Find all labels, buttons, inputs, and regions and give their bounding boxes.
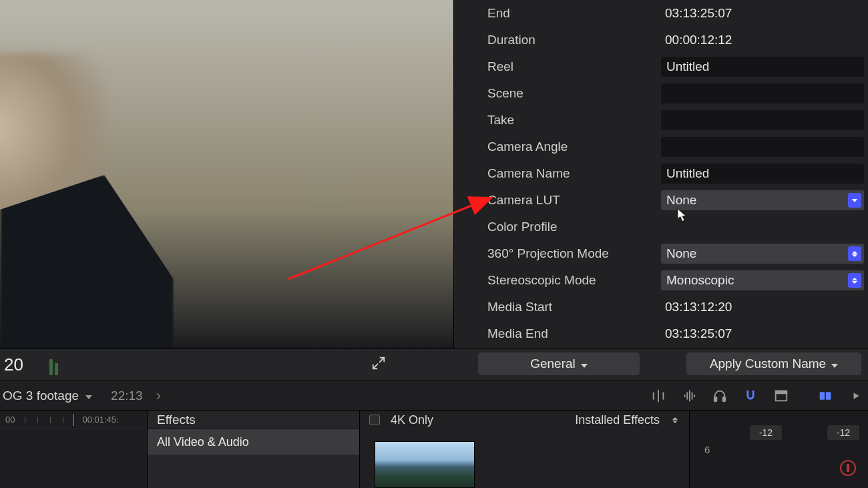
chevron-down-icon (830, 356, 838, 371)
label-take: Take (487, 113, 661, 128)
label-camera-lut: Camera LUT (487, 193, 661, 208)
audio-skimming-icon[interactable] (681, 388, 697, 404)
chevron-down-icon (848, 193, 861, 208)
chevron-down-icon (580, 356, 588, 371)
label-media-start: Media Start (487, 300, 661, 314)
camera-lut-value: None (666, 193, 696, 208)
db-badge-right: -12 (827, 425, 859, 440)
label-stereo-mode: Stereoscopic Mode (487, 273, 661, 288)
effects-sidebar: Effects All Video & Audio (147, 411, 359, 488)
timeline-toolbar (650, 381, 864, 411)
play-icon[interactable] (848, 388, 864, 404)
label-media-end: Media End (487, 326, 661, 341)
stereo-mode-dropdown[interactable]: Monoscopic (661, 270, 864, 290)
prop-duration: Duration 00:00:12:12 (454, 27, 868, 53)
value-media-end: 03:13:25:07 (661, 326, 868, 341)
inspector-panel: End 03:13:25:07 Duration 00:00:12:12 Ree… (453, 0, 868, 348)
prop-take: Take (454, 107, 868, 134)
svg-rect-13 (826, 392, 831, 400)
audio-meter-icon (49, 355, 69, 375)
svg-rect-8 (714, 397, 717, 401)
label-reel: Reel (487, 59, 661, 74)
ruler-tick-label: 00 (5, 415, 15, 425)
ruler-tick-label: 00:01:45: (82, 415, 118, 425)
4k-only-checkbox[interactable] (369, 415, 380, 425)
dual-viewer-icon[interactable] (817, 388, 833, 404)
projection-mode-value: None (666, 246, 696, 261)
camera-lut-dropdown[interactable]: None (661, 190, 864, 210)
prop-camera-name: Camera Name (454, 160, 868, 187)
label-end: End (487, 6, 661, 21)
timecode-fragment: 20 (0, 354, 33, 375)
prop-media-end: Media End 03:13:25:07 (454, 320, 868, 347)
svg-rect-11 (776, 391, 787, 394)
value-media-start: 03:13:12:20 (661, 300, 868, 314)
camera-name-field[interactable] (661, 164, 864, 184)
db-scale-label: 6 (704, 444, 710, 455)
prop-media-start: Media Start 03:13:12:20 (454, 294, 868, 320)
effects-browser: 4K Only Installed Effects (359, 411, 689, 488)
label-camera-angle: Camera Angle (487, 140, 661, 154)
svg-rect-1 (658, 390, 659, 402)
prop-projection-mode: 360° Projection Mode None (454, 240, 868, 267)
db-badge-left: -12 (750, 425, 782, 440)
label-scene: Scene (487, 86, 661, 101)
svg-rect-0 (653, 393, 654, 400)
prop-stereo-mode: Stereoscopic Mode Monoscopic (454, 267, 868, 294)
viewer-canvas[interactable] (0, 0, 453, 348)
projection-mode-dropdown[interactable]: None (661, 244, 864, 264)
timeline-ruler-area[interactable]: 00 00:01:45: (0, 411, 147, 488)
prop-camera-lut: Camera LUT None (454, 187, 868, 214)
record-voiceover-icon[interactable] (840, 460, 856, 476)
svg-rect-3 (684, 395, 686, 397)
svg-rect-7 (694, 395, 695, 397)
4k-only-label: 4K Only (391, 413, 433, 427)
svg-rect-2 (662, 393, 664, 400)
forward-icon[interactable]: › (156, 387, 161, 405)
svg-rect-4 (686, 393, 688, 400)
svg-rect-9 (723, 397, 726, 401)
stereo-mode-value: Monoscopic (666, 273, 734, 288)
effects-header: Effects (148, 411, 359, 429)
prop-reel: Reel (454, 53, 868, 80)
project-name[interactable]: OG 3 footage (3, 389, 79, 403)
prop-camera-angle: Camera Angle (454, 134, 868, 160)
label-duration: Duration (487, 33, 661, 47)
value-end: 03:13:25:07 (661, 6, 868, 21)
effects-scope-label[interactable]: Installed Effects (575, 413, 660, 427)
snapping-icon[interactable] (742, 388, 758, 404)
label-camera-name: Camera Name (487, 166, 661, 181)
label-color-profile: Color Profile (487, 220, 661, 234)
camera-angle-field[interactable] (661, 137, 864, 157)
reel-field[interactable] (661, 57, 864, 77)
project-duration: 22:13 (111, 389, 143, 403)
prop-scene: Scene (454, 80, 868, 107)
svg-rect-5 (689, 391, 690, 402)
chevron-updown-icon (848, 246, 861, 261)
svg-rect-6 (692, 393, 693, 400)
effects-category-all[interactable]: All Video & Audio (148, 429, 359, 455)
solo-headphones-icon[interactable] (712, 388, 728, 404)
skimming-icon[interactable] (650, 388, 666, 404)
prop-end: End 03:13:25:07 (454, 0, 868, 27)
chevron-updown-icon[interactable] (670, 414, 680, 426)
label-projection-mode: 360° Projection Mode (487, 246, 661, 261)
prop-color-profile: Color Profile (454, 214, 868, 240)
chevron-down-icon[interactable] (85, 389, 92, 403)
general-dropdown-button[interactable]: General (478, 352, 640, 375)
effect-thumbnail[interactable] (375, 441, 475, 488)
apply-custom-name-label: Apply Custom Name (710, 356, 826, 371)
general-button-label: General (530, 356, 576, 371)
chevron-updown-icon (848, 273, 861, 288)
project-breadcrumb-bar: OG 3 footage 22:13 › (0, 381, 868, 410)
timeline-index-icon[interactable] (773, 388, 789, 404)
value-duration: 00:00:12:12 (661, 33, 868, 47)
scene-field[interactable] (661, 83, 864, 103)
audio-meters-panel: -12 -12 6 (689, 411, 868, 488)
svg-rect-12 (820, 392, 825, 400)
take-field[interactable] (661, 110, 864, 130)
apply-custom-name-button[interactable]: Apply Custom Name (686, 352, 861, 375)
expand-icon[interactable] (371, 356, 386, 374)
